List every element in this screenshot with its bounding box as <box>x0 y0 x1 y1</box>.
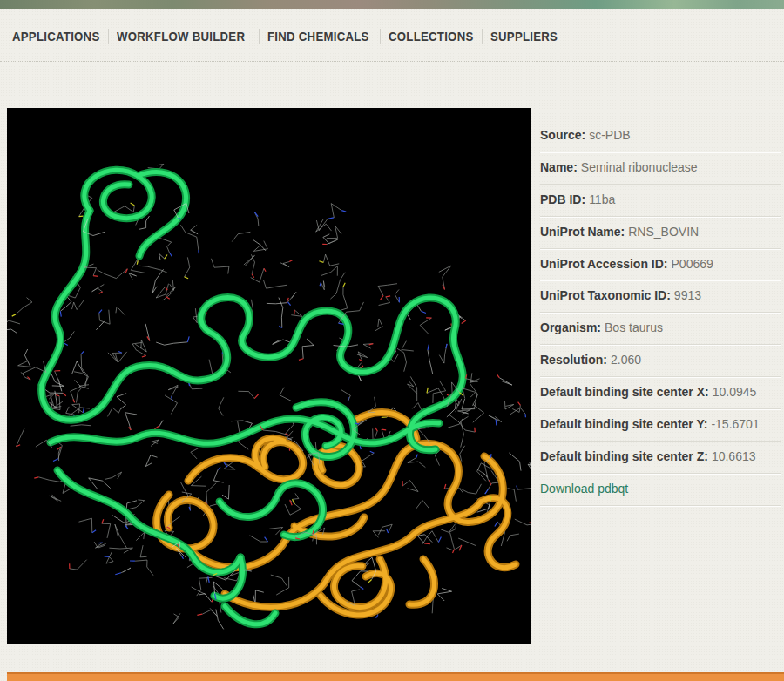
info-value: P00669 <box>672 257 713 271</box>
nav-separator <box>259 29 260 44</box>
info-label: UniProt Name: <box>540 225 625 239</box>
nav-separator <box>380 29 381 44</box>
info-label: Default binding site center Y: <box>540 417 707 431</box>
info-value: RNS_BOVIN <box>628 225 699 239</box>
info-row-source: Source:sc-PDB <box>540 120 781 152</box>
info-label: UniProt Accession ID: <box>540 257 668 271</box>
nav-item-find-chemicals[interactable]: FIND CHEMICALS <box>267 29 369 44</box>
nav-dotted-divider <box>0 61 784 62</box>
info-value: 9913 <box>674 288 701 302</box>
info-value: 10.0945 <box>713 385 757 399</box>
info-row-uniprot-name: UniProt Name:RNS_BOVIN <box>540 217 781 249</box>
info-row-pdb-id: PDB ID:11ba <box>540 185 781 217</box>
info-row-binding-center-z: Default binding site center Z:10.6613 <box>540 442 781 474</box>
protein-structure-image <box>7 108 531 644</box>
info-value: Bos taurus <box>605 320 663 334</box>
info-label: Resolution: <box>540 353 607 367</box>
info-value: -15.6701 <box>711 417 759 431</box>
info-row-resolution: Resolution:2.060 <box>540 345 781 377</box>
download-row: Download pdbqt <box>540 474 781 506</box>
footer-accent-bar <box>7 672 784 681</box>
info-value: Seminal ribonuclease <box>581 160 698 174</box>
info-row-binding-center-x: Default binding site center X:10.0945 <box>540 377 781 409</box>
info-label: PDB ID: <box>540 192 585 206</box>
info-value: sc-PDB <box>589 128 630 142</box>
info-value: 11ba <box>589 192 615 206</box>
info-value: 2.060 <box>611 353 641 367</box>
download-pdbqt-link[interactable]: Download pdbqt <box>540 482 628 496</box>
protein-viewer-canvas[interactable] <box>7 108 531 644</box>
nav-item-applications[interactable]: APPLICATIONS <box>12 29 99 44</box>
nav-item-collections[interactable]: COLLECTIONS <box>389 29 474 44</box>
info-row-organism: Organism:Bos taurus <box>540 313 781 345</box>
info-label: Organism: <box>540 320 601 334</box>
info-label: Name: <box>540 160 578 174</box>
info-row-binding-center-y: Default binding site center Y:-15.6701 <box>540 409 781 442</box>
main-nav: APPLICATIONS WORKFLOW BUILDER FIND CHEMI… <box>12 29 784 44</box>
nav-item-workflow-builder[interactable]: WORKFLOW BUILDER <box>117 29 245 44</box>
info-label: UniProt Taxonomic ID: <box>540 288 671 302</box>
nav-separator <box>108 29 109 44</box>
info-value: 10.6613 <box>712 449 756 463</box>
metadata-panel: Source:sc-PDB Name:Seminal ribonuclease … <box>540 120 781 506</box>
header-photo-band <box>0 0 784 9</box>
nav-item-suppliers[interactable]: SUPPLIERS <box>490 29 558 44</box>
nav-separator <box>482 29 483 44</box>
info-row-uniprot-accession: UniProt Accession ID:P00669 <box>540 249 781 281</box>
info-row-uniprot-taxonomic: UniProt Taxonomic ID:9913 <box>540 280 781 313</box>
info-label: Default binding site center Z: <box>540 449 708 463</box>
info-label: Source: <box>540 128 585 142</box>
info-label: Default binding site center X: <box>540 385 709 399</box>
info-row-name: Name:Seminal ribonuclease <box>540 152 781 185</box>
